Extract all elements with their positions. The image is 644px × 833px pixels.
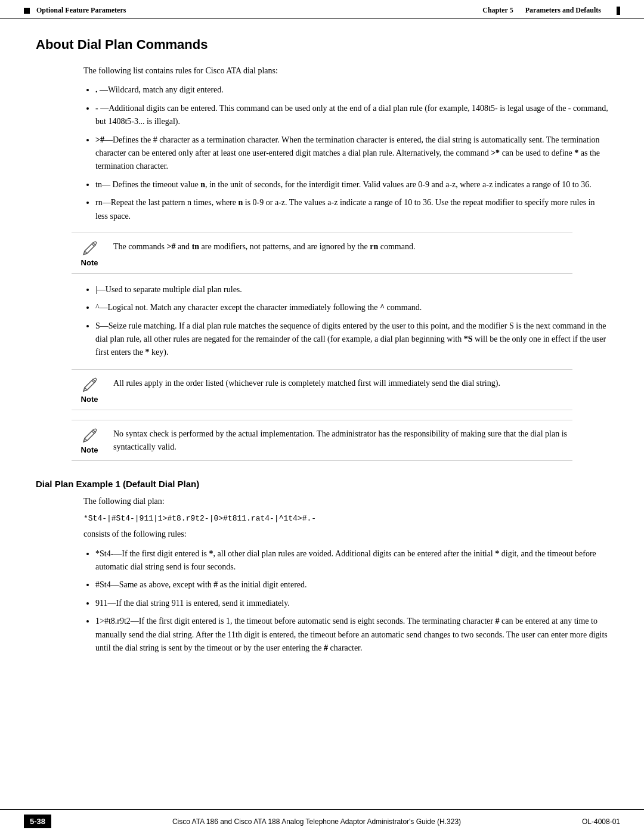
bullet-list-2: |—Used to separate multiple dial plan ru… [83, 283, 608, 360]
note-2: Note All rules apply in the order listed… [72, 369, 572, 410]
header-bar [617, 7, 620, 15]
svg-line-6 [93, 429, 95, 430]
svg-line-7 [95, 429, 97, 430]
note-icon-area-3: Note [72, 426, 107, 454]
page-footer: 5-38 Cisco ATA 186 and Cisco ATA 188 Ana… [0, 809, 644, 833]
note-text-3: No syntax check is performed by the actu… [113, 426, 572, 454]
header-right: Chapter 5 Parameters and Defaults [482, 6, 620, 15]
note-label-1: Note [81, 258, 98, 267]
intro-text: The following list contains rules for Ci… [83, 64, 608, 78]
svg-line-8 [95, 430, 97, 432]
subsection-mid-text: consists of the following rules: [83, 528, 608, 541]
note-1: Note The commands ># and tn are modifier… [72, 233, 572, 274]
note-label-2: Note [81, 395, 98, 404]
svg-line-0 [93, 241, 95, 243]
header-left-label: Optional Feature Parameters [24, 6, 126, 15]
svg-line-5 [95, 379, 97, 382]
svg-line-2 [95, 243, 97, 245]
note-text-2: All rules apply in the order listed (whi… [113, 376, 572, 390]
page-header: Optional Feature Parameters Chapter 5 Pa… [0, 0, 644, 19]
note-pencil-icon-1 [80, 239, 99, 258]
header-title: Parameters and Defaults [525, 6, 601, 15]
section-heading: About Dial Plan Commands [36, 37, 608, 52]
svg-line-4 [95, 378, 97, 379]
note-icon-area-2: Note [72, 376, 107, 404]
list-item: tn— Defines the timeout value n, in the … [95, 178, 608, 191]
list-item: #St4—Same as above, except with # as the… [95, 578, 608, 592]
footer-right-text: OL-4008-01 [582, 817, 620, 826]
main-content: About Dial Plan Commands The following l… [0, 19, 644, 696]
subsection-intro: The following dial plan: [83, 495, 608, 508]
svg-line-1 [95, 241, 97, 243]
list-item: - —Additional digits can be entered. Thi… [95, 102, 608, 129]
note-pencil-icon-3 [80, 426, 99, 445]
list-item: rn—Repeat the last pattern n times, wher… [95, 196, 608, 223]
footer-center-text: Cisco ATA 186 and Cisco ATA 188 Analog T… [51, 817, 582, 826]
list-item: >#—Defines the # character as a terminat… [95, 134, 608, 174]
note-text-1: The commands ># and tn are modifiers, no… [113, 239, 572, 253]
note-3: Note No syntax check is performed by the… [72, 420, 572, 461]
list-item: S—Seize rule matching. If a dial plan ru… [95, 320, 608, 360]
list-item: 1>#t8.r9t2—If the first digit entered is… [95, 615, 608, 655]
footer-page-number: 5-38 [24, 815, 51, 828]
subsection-heading: Dial Plan Example 1 (Default Dial Plan) [36, 479, 608, 489]
svg-line-3 [93, 378, 95, 379]
list-item: |—Used to separate multiple dial plan ru… [95, 283, 608, 296]
dial-plan-code: *St4-|#St4-|911|1>#t8.r9t2-|0>#t811.rat4… [83, 514, 608, 523]
list-item: 911—If the dial string 911 is entered, s… [95, 597, 608, 610]
note-label-3: Note [81, 445, 98, 454]
list-item: *St4-—If the first digit entered is *, a… [95, 547, 608, 574]
header-chapter: Chapter 5 [482, 6, 513, 15]
bullet-list-1: . —Wildcard, match any digit entered. - … [83, 83, 608, 223]
subsection-bullet-list: *St4-—If the first digit entered is *, a… [83, 547, 608, 655]
list-item: . —Wildcard, match any digit entered. [95, 83, 608, 97]
list-item: ^—Logical not. Match any character excep… [95, 301, 608, 314]
note-pencil-icon-2 [80, 376, 99, 395]
note-icon-area-1: Note [72, 239, 107, 267]
